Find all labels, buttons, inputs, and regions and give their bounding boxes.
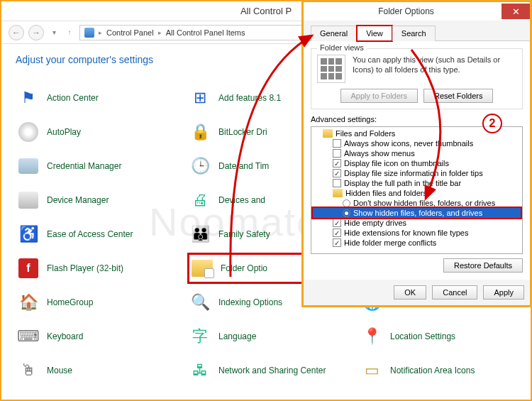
radio-show-hidden[interactable]: Show hidden files, folders, and drives <box>313 208 521 218</box>
folder-views-group: Folder views You can apply this view (su… <box>311 48 523 109</box>
restore-defaults-button[interactable]: Restore Defaults <box>443 258 523 273</box>
cp-item-action-center[interactable]: ⚑Action Center <box>16 82 173 114</box>
cp-item-language[interactable]: 字Language <box>187 321 345 352</box>
cp-item-autoplay[interactable]: AutoPlay <box>16 116 173 148</box>
checkbox[interactable] <box>333 149 341 158</box>
folder-icon <box>191 257 214 280</box>
chevron-right-icon: ▸ <box>158 29 162 36</box>
tab-search[interactable]: Search <box>392 26 436 41</box>
fo-content: Folder views You can apply this view (su… <box>304 41 530 280</box>
tree-hidden-files: Hidden files and folders <box>313 188 521 198</box>
radio[interactable] <box>343 199 350 207</box>
close-button[interactable]: ✕ <box>501 4 530 19</box>
back-button[interactable]: ← <box>9 25 24 40</box>
tree-item[interactable]: Always show icons, never thumbnails <box>313 138 521 148</box>
radio-dont-show-hidden[interactable]: Don't show hidden files, folders, or dri… <box>313 198 521 208</box>
tree-item[interactable]: ✓Hide folder merge conflicts <box>313 238 521 248</box>
tree-item[interactable]: ✓Display file size information in folder… <box>313 168 521 178</box>
tray-icon: ▭ <box>360 359 383 382</box>
clock-icon: 🕒 <box>189 155 211 177</box>
tree-item[interactable]: ✓Display file icon on thumbnails <box>313 158 521 168</box>
cp-item-homegroup[interactable]: 🏠HomeGroup <box>16 287 173 318</box>
fo-title: Folder Options <box>311 6 501 16</box>
keyboard-icon: ⌨ <box>17 325 40 348</box>
cp-item-device-manager[interactable]: Device Manager <box>16 185 173 216</box>
history-dropdown[interactable]: ▾ <box>48 27 60 38</box>
view-preview-icon <box>317 55 345 83</box>
cp-item-location-settings[interactable]: 📍Location Settings <box>359 321 516 352</box>
checkbox[interactable]: ✓ <box>333 219 341 227</box>
tab-view[interactable]: View <box>357 26 392 41</box>
checkbox[interactable]: ✓ <box>333 169 341 177</box>
language-icon: 字 <box>189 325 211 348</box>
cancel-button[interactable]: Cancel <box>432 285 477 300</box>
cp-icon <box>84 28 94 38</box>
checkbox[interactable] <box>333 139 341 148</box>
disc-icon <box>17 121 40 143</box>
homegroup-icon: 🏠 <box>17 291 40 314</box>
apply-to-folders-button[interactable]: Apply to Folders <box>340 89 418 103</box>
checkbox[interactable]: ✓ <box>333 229 341 237</box>
cp-item-mouse[interactable]: 🖱Mouse <box>16 355 173 386</box>
apply-button[interactable]: Apply <box>483 285 524 300</box>
location-icon: 📍 <box>360 325 383 348</box>
checkbox[interactable]: ✓ <box>333 159 341 167</box>
mouse-icon: 🖱 <box>17 359 40 382</box>
cp-item-credential-manager[interactable]: Credential Manager <box>16 150 173 182</box>
network-icon: 🖧 <box>189 359 211 382</box>
tree-item[interactable]: ✓Hide empty drives <box>313 218 521 228</box>
search-icon: 🔍 <box>189 291 211 314</box>
cp-item-network-sharing[interactable]: 🖧Network and Sharing Center <box>187 355 345 386</box>
breadcrumb[interactable]: Control Panel <box>106 28 154 37</box>
folder-views-text: You can apply this view (such as Details… <box>353 55 516 83</box>
cp-item-keyboard[interactable]: ⌨Keyboard <box>16 321 173 352</box>
callout-step-2: 2 <box>482 114 502 133</box>
reset-folders-button[interactable]: Reset Folders <box>423 89 493 103</box>
tree-item[interactable]: ✓Hide extensions for known file types <box>313 228 521 238</box>
tree-item[interactable]: Display the full path in the title bar <box>313 178 521 188</box>
device-icon <box>17 189 40 212</box>
accessibility-icon: ♿ <box>17 223 40 246</box>
radio[interactable] <box>343 209 350 217</box>
checkbox[interactable]: ✓ <box>333 238 341 247</box>
lock-icon: 🔒 <box>189 121 211 143</box>
cp-item-notification-area[interactable]: ▭Notification Area Icons <box>359 355 516 386</box>
dialog-buttons: OK Cancel Apply <box>304 280 530 305</box>
flag-icon: ⚑ <box>17 87 40 109</box>
cp-item-ease-of-access[interactable]: ♿Ease of Access Center <box>16 219 173 250</box>
checkbox[interactable] <box>333 179 341 187</box>
tab-general[interactable]: General <box>311 26 357 41</box>
chevron-right-icon: ▸ <box>99 29 102 36</box>
windows-icon: ⊞ <box>189 87 211 109</box>
family-icon: 👪 <box>189 223 211 246</box>
ok-button[interactable]: OK <box>394 285 426 300</box>
up-button[interactable]: ↑ <box>64 27 75 38</box>
breadcrumb[interactable]: All Control Panel Items <box>166 28 245 37</box>
folder-icon <box>323 129 333 138</box>
advanced-settings-tree[interactable]: Files and Folders Always show icons, nev… <box>311 126 523 254</box>
forward-button[interactable]: → <box>28 25 44 40</box>
fo-tabs: General View Search <box>304 21 530 41</box>
folder-options-dialog: Folder Options ✕ General View Search Fol… <box>301 0 532 307</box>
fo-titlebar: Folder Options ✕ <box>304 2 530 21</box>
cp-item-flash-player[interactable]: fFlash Player (32-bit) <box>16 253 173 284</box>
folder-icon <box>333 189 343 197</box>
flash-icon: f <box>17 257 40 280</box>
printer-icon: 🖨 <box>189 189 211 212</box>
group-label: Folder views <box>317 43 367 52</box>
tree-item[interactable]: Always show menus <box>313 148 521 158</box>
vault-icon <box>17 155 40 177</box>
